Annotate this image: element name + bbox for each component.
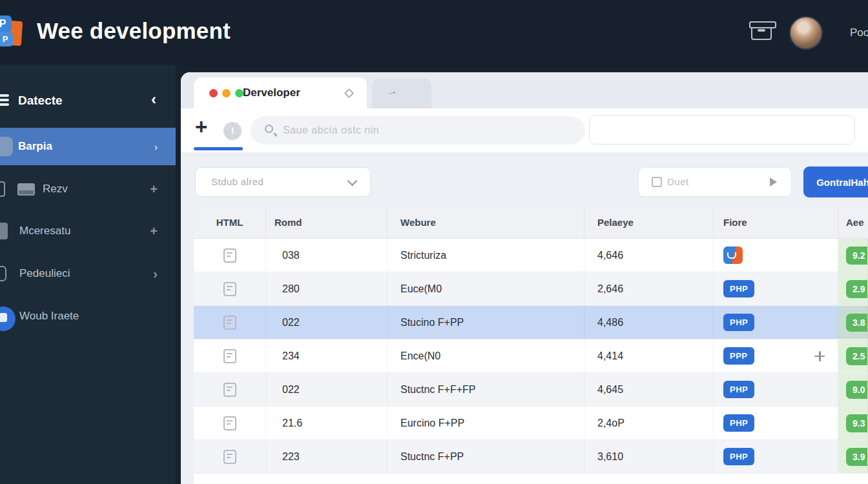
user-name: Poouc bbox=[850, 26, 868, 39]
cell-pelaeye: 3,610 bbox=[584, 440, 714, 473]
document-icon[interactable] bbox=[223, 349, 236, 363]
active-tab-indicator bbox=[194, 147, 243, 150]
score-badge: 9.2 bbox=[846, 247, 868, 265]
browser-toolbar: + ! bbox=[181, 108, 868, 152]
row-cell bbox=[194, 373, 266, 406]
sidebar-item-woub-iraete[interactable]: Woub Iraete bbox=[0, 298, 176, 334]
collapse-chevron-icon[interactable]: ‹ bbox=[151, 90, 156, 108]
tab-secondary[interactable]: → bbox=[372, 79, 431, 108]
cell-fiore bbox=[714, 239, 838, 272]
column-header[interactable]: Pelaeye bbox=[584, 207, 714, 238]
primary-action-button[interactable]: GontraIHah bbox=[803, 166, 868, 197]
logo-tile: P bbox=[0, 15, 12, 32]
column-header[interactable]: Aee bbox=[838, 207, 868, 238]
sidebar-item-pedeulieci[interactable]: Pedeulieci › bbox=[0, 256, 176, 292]
sidebar-item-barpia-active[interactable]: Barpia › bbox=[0, 128, 176, 165]
table-row-selected[interactable]: 022 Stucino F+PP 4,486 PHP 3.8 bbox=[194, 306, 868, 339]
search-input[interactable] bbox=[283, 116, 567, 145]
sidebar-item-rezv[interactable]: Rezv + bbox=[0, 171, 176, 207]
cell-webure: Stuctnc F+F+FP bbox=[388, 373, 584, 406]
new-tab-button[interactable]: + bbox=[195, 115, 207, 139]
table-row-partial bbox=[194, 474, 868, 484]
sidebar-item-label: Mceresatu bbox=[19, 225, 70, 237]
document-icon[interactable] bbox=[223, 416, 236, 430]
chevron-right-icon[interactable]: › bbox=[153, 267, 158, 281]
sidebar-item-label: Datecte bbox=[18, 94, 63, 108]
document-icon[interactable] bbox=[223, 282, 236, 296]
document-icon[interactable] bbox=[223, 248, 236, 263]
plus-icon[interactable]: + bbox=[150, 224, 158, 239]
row-cell bbox=[194, 339, 266, 372]
cell-fiore: PHP bbox=[714, 440, 838, 473]
php-badge: PHP bbox=[723, 314, 754, 331]
score-badge: 3.9 bbox=[846, 448, 868, 466]
alert-badge[interactable]: ! bbox=[223, 122, 242, 140]
score-badge: 2.9 bbox=[846, 280, 868, 298]
table-row[interactable]: 038 Stricturiza 4,646 9.2 bbox=[194, 239, 868, 272]
document-icon[interactable] bbox=[223, 316, 236, 330]
php-badge: PHP bbox=[723, 381, 754, 398]
score-badge: 9.3 bbox=[846, 414, 868, 432]
plus-icon[interactable]: + bbox=[150, 182, 158, 197]
cell-romd: 280 bbox=[266, 272, 388, 305]
php-badge: PHP bbox=[723, 414, 754, 432]
table-row[interactable]: 21.6 Eurcino F+PP 2,4oP PHP 9.3 bbox=[194, 407, 868, 440]
secondary-filter[interactable]: Duet bbox=[638, 167, 792, 197]
search-bar bbox=[251, 116, 585, 145]
menu-icon bbox=[0, 94, 9, 106]
sidebar-item-label: Rezv bbox=[43, 183, 68, 196]
cell-pelaeye: 4,414 bbox=[584, 339, 714, 372]
cell-aee: 2.9 bbox=[838, 272, 868, 305]
document-icon[interactable] bbox=[223, 450, 236, 464]
php-logo-icon: P P bbox=[0, 14, 27, 50]
plus-icon[interactable] bbox=[814, 351, 825, 361]
score-badge: 9.0 bbox=[846, 381, 868, 399]
sidebar-item-datecte[interactable]: Datecte ‹ bbox=[0, 83, 176, 119]
score-badge: 3.8 bbox=[846, 314, 868, 332]
table-row[interactable]: 223 Stuctnc F+PP 3,610 PHP 3.9 bbox=[194, 440, 868, 474]
cell-webure: Stuctnc F+PP bbox=[388, 440, 584, 473]
score-badge: 2.5 bbox=[846, 347, 868, 365]
cell-fiore: PHP bbox=[714, 272, 838, 305]
sidebar: Datecte ‹ Barpia › Rezv + Mceresatu + Pe… bbox=[0, 65, 176, 484]
close-light-icon[interactable] bbox=[209, 89, 218, 97]
app-window: P P Wee development Poouc Datecte ‹ Barp… bbox=[0, 0, 868, 484]
cell-fiore: PHP bbox=[714, 407, 838, 439]
php-badge: PPP bbox=[723, 347, 754, 365]
php-badge: PHP bbox=[723, 448, 754, 465]
cell-webure: Euce(M0 bbox=[388, 272, 584, 305]
document-icon[interactable] bbox=[223, 383, 236, 397]
archive-box-icon[interactable] bbox=[751, 26, 772, 40]
cell-romd: 022 bbox=[266, 373, 388, 406]
sidebar-item-label: Pedeulieci bbox=[19, 267, 70, 280]
checkbox-icon[interactable] bbox=[652, 177, 662, 187]
column-header[interactable]: Romd bbox=[266, 207, 388, 238]
cell-aee: 9.2 bbox=[838, 239, 868, 272]
column-header[interactable]: Fiore bbox=[714, 207, 838, 238]
filter-label: Duet bbox=[667, 176, 689, 187]
frame-icon bbox=[0, 181, 5, 197]
user-avatar[interactable] bbox=[789, 16, 823, 50]
status-dropdown[interactable]: Stdub alred bbox=[195, 167, 371, 197]
column-header[interactable]: Webure bbox=[388, 207, 584, 238]
column-header[interactable]: HTML bbox=[194, 207, 266, 238]
data-table: HTML Romd Webure Pelaeye Fiore Aee 038 S… bbox=[194, 207, 868, 484]
badge-circle-icon bbox=[0, 307, 16, 331]
cell-aee: 3.9 bbox=[838, 440, 868, 473]
table-row[interactable]: 022 Stuctnc F+F+FP 4,645 PHP 9.0 bbox=[194, 373, 868, 407]
table-row[interactable]: 280 Euce(M0 2,646 PHP 2.9 bbox=[194, 272, 868, 306]
row-cell bbox=[194, 306, 266, 339]
tab-derveloper[interactable]: Derveloper bbox=[194, 77, 367, 108]
cell-pelaeye: 4,486 bbox=[584, 306, 714, 339]
table-row[interactable]: 234 Ence(N0 4,414 PPP 2.5 bbox=[194, 339, 868, 373]
cell-romd: 234 bbox=[266, 339, 388, 372]
logo-tile: P bbox=[0, 32, 13, 46]
sidebar-item-mceresatu[interactable]: Mceresatu + bbox=[0, 213, 176, 249]
play-triangle-icon[interactable] bbox=[770, 177, 777, 187]
chevron-down-icon bbox=[347, 176, 358, 187]
address-input[interactable] bbox=[589, 115, 855, 145]
minimize-light-icon[interactable] bbox=[222, 89, 231, 97]
cell-webure: Stricturiza bbox=[388, 239, 584, 272]
cell-webure: Eurcino F+PP bbox=[388, 407, 584, 439]
cell-fiore: PPP bbox=[714, 339, 838, 372]
